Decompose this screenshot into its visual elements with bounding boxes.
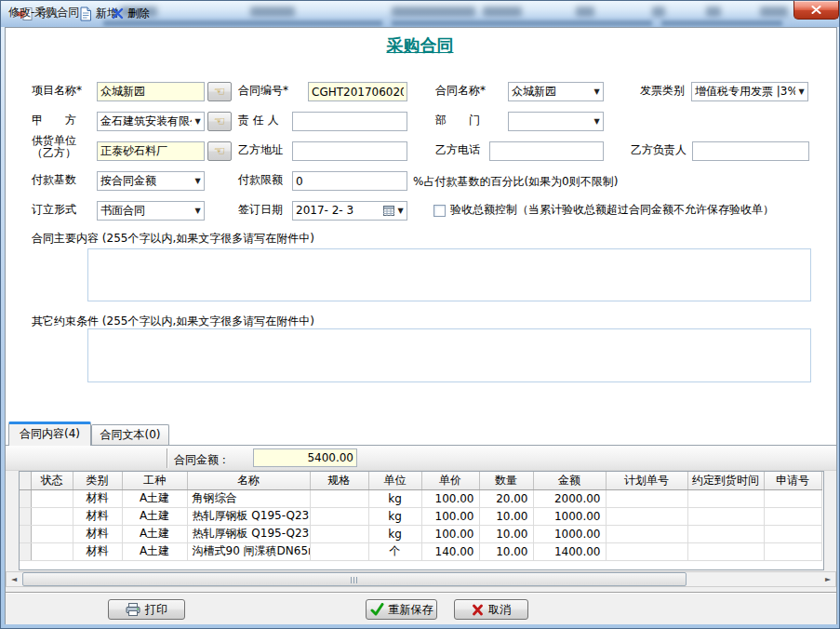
table-cell [310,525,368,542]
table-header-row: 状态类别工种名称规格单位单价数量金额计划单号约定到货时间申请号 [20,472,821,489]
other-terms-textarea[interactable] [87,328,811,382]
table-cell [310,489,368,507]
table-cell [606,489,687,507]
delete-row-button[interactable]: 删除 [107,3,154,24]
table-cell [31,525,73,542]
sign-form-label: 订立形式 [32,204,76,216]
print-button[interactable]: 打印 [108,599,185,620]
tab-contract-content[interactable]: 合同内容(4) [8,422,91,446]
supplier-input[interactable] [97,141,205,161]
save-button[interactable]: 重新保存 [366,599,437,620]
table-cell: 10.00 [479,507,533,525]
row-selector[interactable] [20,525,31,542]
responsible-label: 责 任 人 [238,114,279,127]
table-cell [687,525,764,542]
main-content-label: 合同主要内容 (255个字以内,如果文字很多请写在附件中) [32,233,314,245]
horizontal-scrollbar[interactable]: ◄ ► [6,571,836,587]
supplier-picker-button[interactable]: ☜ [207,141,232,161]
tab-contract-text[interactable]: 合同文本(0) [91,424,169,445]
table-row[interactable]: 材料A土建热轧厚钢板 Q195-Q235 8kg100.0010.001000.… [20,525,821,542]
contract-name-label: 合同名称* [435,85,486,97]
table-cell: 材料 [73,507,122,525]
delete-x-icon [112,7,124,20]
table-cell [310,507,368,525]
payment-limit-hint: %占付款基数的百分比(如果为0则不限制) [413,174,618,190]
close-icon [811,6,821,14]
items-table: 状态类别工种名称规格单位单价数量金额计划单号约定到货时间申请号 材料A土建角钢综… [20,472,822,561]
table-cell: kg [368,525,421,542]
scroll-left-arrow[interactable]: ◄ [7,572,21,586]
table-row[interactable]: 材料A土建角钢综合kg100.0020.002000.00 [20,489,821,507]
table-cell [764,507,821,525]
new-document-icon [79,7,92,21]
acceptance-control-label: 验收总额控制（当累计验收总额超过合同金额不允许保存验收单） [450,204,774,216]
contract-no-input[interactable] [308,82,407,101]
row-selector-header [20,472,31,489]
table-cell: 100.00 [421,489,479,507]
table-row[interactable]: 材料A土建热轧厚钢板 Q195-Q235 2kg100.0010.001000.… [20,507,821,525]
table-header-cell: 规格 [310,472,368,489]
table-body: 材料A土建角钢综合kg100.0020.002000.00材料A土建热轧厚钢板 … [20,489,821,560]
close-button[interactable] [793,1,839,20]
hand-pointer-icon: ☜ [214,143,226,158]
party-b-leader-input[interactable] [692,141,809,161]
row-selector[interactable] [20,489,31,507]
table-cell: 10.00 [479,525,533,542]
table-header-cell: 工种 [122,472,187,489]
table-cell: 角钢综合 [187,489,310,507]
table-cell: A土建 [122,525,187,542]
department-select[interactable]: ▼ [508,112,604,131]
payment-base-select[interactable]: 按合同金额 ▼ [97,171,205,191]
table-cell: A土建 [122,542,187,560]
contract-no-label: 合同编号* [238,85,288,97]
acceptance-control-checkbox[interactable] [433,205,446,217]
table-cell [764,525,821,542]
table-cell: 100.00 [421,507,479,525]
table-cell: A土建 [122,489,187,507]
table-row[interactable]: 材料A土建沟槽式90 闸渫稹DN65mm个140.0010.001400.00 [20,542,821,560]
invoice-type-select[interactable]: 增值税专用发票 |3% ▼ [691,82,808,101]
row-selector[interactable] [20,507,31,525]
scrollbar-thumb[interactable] [22,572,687,586]
table-cell: 个 [368,542,421,560]
party-b-phone-input[interactable] [489,141,604,161]
background-window-ghost [250,7,295,17]
sign-form-select[interactable]: 书面合同 ▼ [97,201,205,221]
responsible-input[interactable] [292,112,407,131]
cancel-button[interactable]: 取消 [454,599,528,620]
table-cell [764,489,821,507]
window-title: 修改-采购合同 [8,5,79,20]
background-window-ghost [652,7,665,17]
table-header-cell: 单价 [421,472,479,489]
printer-icon [126,603,140,616]
sign-date-picker[interactable]: 2017- 2- 3 ▼ [292,201,407,221]
contract-amount-input[interactable] [253,448,357,467]
table-cell [764,542,821,560]
table-cell: A土建 [122,507,187,525]
table-cell: 材料 [73,525,122,542]
background-window-ghost [760,7,788,17]
other-terms-label: 其它约束条件 (255个字以内,如果文字很多请写在附件中) [32,315,314,328]
table-header-cell: 单位 [368,472,421,489]
project-picker-button[interactable]: ☜ [207,82,232,101]
table-cell: kg [368,489,421,507]
row-selector[interactable] [20,542,31,560]
table-cell: 140.00 [421,542,479,560]
party-b-address-input[interactable] [292,141,407,161]
table-header-cell: 计划单号 [606,472,687,489]
party-a-picker-button[interactable]: ☜ [207,112,232,131]
contract-name-select[interactable]: 众城新园 ▼ [508,82,604,101]
party-a-select[interactable]: 金石建筑安装有限公 ▼ [97,112,205,131]
payment-limit-label: 付款限额 [238,174,283,186]
scroll-right-arrow[interactable]: ► [820,572,835,586]
project-name-input[interactable] [97,82,205,101]
table-cell: 热轧厚钢板 Q195-Q235 2 [187,507,310,525]
project-name-label: 项目名称* [32,85,82,97]
payment-limit-input[interactable] [292,171,407,191]
table-cell: 沟槽式90 闸渫稹DN65mm [187,542,310,560]
table-cell [687,542,764,560]
main-content-textarea[interactable] [87,248,811,301]
table-cell: 10.00 [479,542,533,560]
table-cell [310,542,368,560]
chevron-down-icon: ▼ [192,113,204,130]
